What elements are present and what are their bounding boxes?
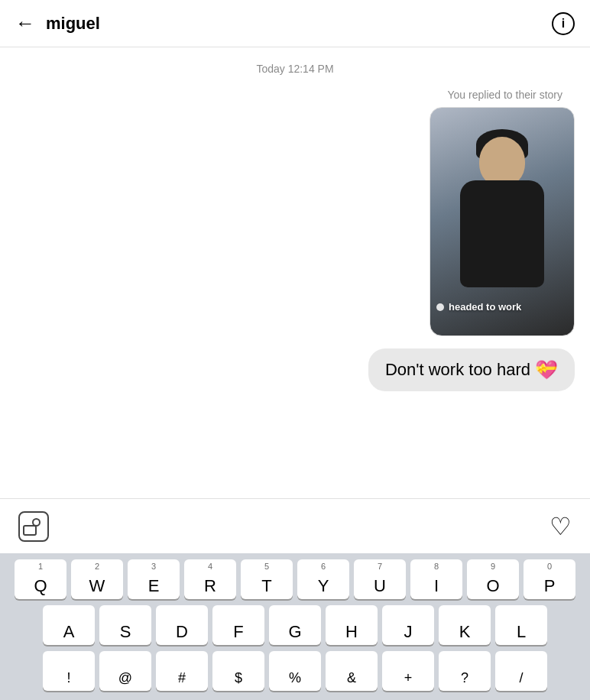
key-at[interactable]: @: [99, 651, 151, 691]
key-e[interactable]: 3E: [128, 559, 180, 599]
person-body: [460, 180, 544, 287]
key-slash[interactable]: /: [495, 651, 547, 691]
story-caption-text: headed to work: [449, 301, 521, 313]
story-image-container[interactable]: headed to work: [0, 107, 575, 336]
key-i[interactable]: 8I: [410, 559, 462, 599]
story-caption: headed to work: [436, 301, 568, 313]
keyboard-row-3: ! @ # $ % & + ? /: [0, 651, 590, 691]
key-ampersand[interactable]: &: [326, 651, 378, 691]
chat-area: Today 12:14 PM You replied to their stor…: [0, 47, 590, 498]
person-head: [479, 137, 525, 186]
key-plus[interactable]: +: [382, 651, 434, 691]
message-row: Don't work too hard 💝: [0, 348, 575, 391]
key-dollar[interactable]: $: [212, 651, 264, 691]
key-q[interactable]: 1Q: [15, 559, 66, 599]
key-percent[interactable]: %: [269, 651, 321, 691]
story-image[interactable]: headed to work: [430, 107, 575, 336]
keyboard: 1Q 2W 3E 4R 5T 6Y 7U 8I 9O 0P A S D F G …: [0, 553, 590, 700]
replied-label: You replied to their story: [0, 89, 562, 101]
header-left: ← miguel: [15, 11, 100, 35]
key-a[interactable]: A: [43, 605, 95, 645]
key-k[interactable]: K: [439, 605, 491, 645]
key-question[interactable]: ?: [439, 651, 491, 691]
info-button[interactable]: i: [552, 12, 575, 35]
image-picker-button[interactable]: [18, 511, 49, 542]
key-j[interactable]: J: [382, 605, 434, 645]
key-l[interactable]: L: [495, 605, 547, 645]
key-r[interactable]: 4R: [184, 559, 236, 599]
header-title: miguel: [46, 14, 100, 34]
message-emoji: 💝: [535, 359, 558, 381]
caption-dot: [436, 303, 444, 311]
timestamp: Today 12:14 PM: [0, 63, 590, 75]
message-bubble: Don't work too hard 💝: [368, 348, 575, 391]
message-text: Don't work too hard: [385, 360, 530, 380]
back-button[interactable]: ←: [15, 11, 35, 35]
keyboard-row-1: 1Q 2W 3E 4R 5T 6Y 7U 8I 9O 0P: [0, 559, 590, 599]
key-w[interactable]: 2W: [71, 559, 123, 599]
key-h[interactable]: H: [326, 605, 378, 645]
key-d[interactable]: D: [156, 605, 208, 645]
key-y[interactable]: 6Y: [297, 559, 349, 599]
key-s[interactable]: S: [99, 605, 151, 645]
key-g[interactable]: G: [269, 605, 321, 645]
key-hash[interactable]: #: [156, 651, 208, 691]
key-o[interactable]: 9O: [467, 559, 519, 599]
key-t[interactable]: 5T: [241, 559, 293, 599]
heart-button[interactable]: ♡: [549, 514, 572, 539]
keyboard-row-2: A S D F G H J K L: [0, 605, 590, 645]
key-p[interactable]: 0P: [524, 559, 575, 599]
key-f[interactable]: F: [212, 605, 264, 645]
input-bar: ♡: [0, 498, 590, 553]
header: ← miguel i: [0, 0, 590, 47]
key-u[interactable]: 7U: [354, 559, 406, 599]
key-exclaim[interactable]: !: [43, 651, 95, 691]
